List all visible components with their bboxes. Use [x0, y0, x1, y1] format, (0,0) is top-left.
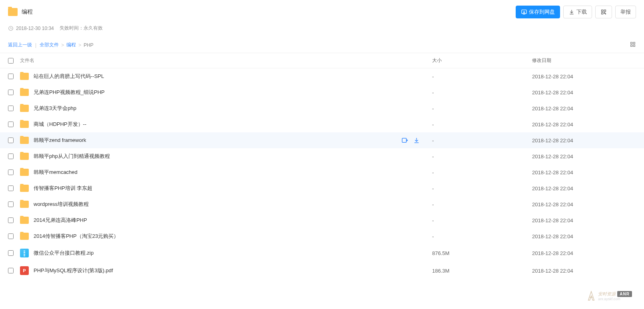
select-all-checkbox[interactable]: [8, 58, 14, 64]
row-checkbox[interactable]: [8, 250, 14, 256]
table-row[interactable]: 商城（HDPHP开发）-- -2018-12-28 22:04: [0, 116, 644, 132]
svg-rect-9: [631, 45, 632, 46]
row-actions: [401, 137, 420, 144]
row-checkbox[interactable]: [8, 154, 14, 159]
pdf-icon: [20, 266, 29, 275]
clock-icon: [8, 26, 14, 31]
folder-icon: [20, 121, 29, 128]
file-date: 2018-12-28 22:04: [532, 154, 636, 159]
table-row[interactable]: 微信公众平台接口教程.zip 876.5M2018-12-28 22:04: [0, 244, 644, 262]
file-size: -: [432, 169, 532, 175]
breadcrumb-current: PHP: [84, 42, 94, 48]
row-checkbox[interactable]: [8, 268, 14, 273]
file-size: -: [432, 122, 532, 128]
qrcode-icon: [600, 9, 607, 15]
file-date: 2018-12-28 22:04: [532, 90, 636, 96]
file-date: 2018-12-28 22:04: [532, 122, 636, 128]
report-button[interactable]: 举报: [615, 6, 636, 18]
table-row[interactable]: 韩顺平php从入门到精通视频教程 -2018-12-28 22:04: [0, 148, 644, 164]
row-checkbox[interactable]: [8, 185, 14, 191]
share-icon[interactable]: [401, 137, 408, 144]
folder-icon: [20, 185, 29, 192]
table-row[interactable]: 2014传智播客PHP（淘宝23元购买） -2018-12-28 22:04: [0, 228, 644, 244]
file-date: 2018-12-28 22:04: [532, 268, 636, 274]
file-date: 2018-12-28 22:04: [532, 217, 636, 223]
svg-rect-15: [402, 138, 407, 143]
file-date: 2018-12-28 22:04: [532, 250, 636, 256]
file-date: 2018-12-28 22:04: [532, 201, 636, 207]
row-checkbox[interactable]: [8, 74, 14, 79]
table-row[interactable]: PHP与MySQL程序设计(第3版).pdf 186.3M2018-12-28 …: [0, 262, 644, 279]
table-row[interactable]: 韩顺平zend framework -2018-12-28 22:04: [0, 132, 644, 148]
breadcrumb-back[interactable]: 返回上一级: [8, 42, 32, 48]
download-button[interactable]: 下载: [563, 6, 592, 18]
file-name[interactable]: wordpress培训视频教程: [34, 201, 89, 208]
download-button-label: 下载: [576, 8, 587, 16]
header: 编程 保存到网盘 下载 举报: [0, 0, 644, 22]
breadcrumb-all-files[interactable]: 全部文件: [40, 42, 59, 48]
file-name[interactable]: 商城（HDPHP开发）--: [34, 121, 86, 128]
folder-icon: [20, 105, 29, 112]
table-row[interactable]: 兄弟连PHP视频教程_细说PHP -2018-12-28 22:04: [0, 84, 644, 100]
svg-rect-10: [633, 45, 635, 46]
file-date: 2018-12-28 22:04: [532, 185, 636, 191]
file-size: -: [432, 201, 532, 207]
table-row[interactable]: 兄弟连3天学会php -2018-12-28 22:04: [0, 100, 644, 116]
file-name[interactable]: 2014兄弟连高洛峰PHP: [34, 217, 87, 224]
file-name[interactable]: 微信公众平台接口教程.zip: [34, 249, 94, 257]
file-date: 2018-12-28 22:04: [532, 106, 636, 112]
svg-rect-7: [631, 42, 632, 44]
file-name[interactable]: 兄弟连PHP视频教程_细说PHP: [34, 89, 105, 96]
breadcrumb: 返回上一级 | 全部文件 > 编程 > PHP: [0, 37, 644, 53]
file-name[interactable]: 2014传智播客PHP（淘宝23元购买）: [34, 233, 119, 240]
file-date: 2018-12-28 22:04: [532, 169, 636, 175]
breadcrumb-path1[interactable]: 编程: [66, 42, 76, 48]
breadcrumb-divider: |: [34, 42, 37, 48]
meta-row: 2018-12-30 10:34 失效时间：永久有效: [0, 22, 644, 37]
row-checkbox[interactable]: [8, 201, 14, 207]
file-size: -: [432, 138, 532, 144]
view-toggle-button[interactable]: [630, 41, 636, 49]
table-row[interactable]: 2014兄弟连高洛峰PHP -2018-12-28 22:04: [0, 212, 644, 228]
file-size: -: [432, 185, 532, 191]
row-checkbox[interactable]: [8, 122, 14, 127]
breadcrumb-sep: >: [78, 42, 81, 48]
breadcrumb-sep: >: [61, 42, 64, 48]
row-checkbox[interactable]: [8, 90, 14, 95]
table-row[interactable]: 韩顺平memcached -2018-12-28 22:04: [0, 164, 644, 180]
file-size: -: [432, 90, 532, 96]
row-checkbox[interactable]: [8, 233, 14, 239]
table-row[interactable]: wordpress培训视频教程 -2018-12-28 22:04: [0, 196, 644, 212]
file-table: 文件名 大小 修改日期 站在巨人的肩膀上写代码--SPL -2018-12-28…: [0, 53, 644, 279]
column-name: 文件名: [20, 57, 34, 64]
save-to-disk-button[interactable]: 保存到网盘: [516, 6, 560, 18]
row-checkbox[interactable]: [8, 217, 14, 223]
table-header: 文件名 大小 修改日期: [0, 53, 644, 68]
file-name[interactable]: PHP与MySQL程序设计(第3版).pdf: [34, 267, 113, 274]
row-checkbox[interactable]: [8, 169, 14, 175]
row-checkbox[interactable]: [8, 106, 14, 111]
file-name[interactable]: 韩顺平memcached: [34, 169, 78, 176]
table-row[interactable]: 传智播客PHP培训 李东超 -2018-12-28 22:04: [0, 180, 644, 196]
file-name[interactable]: 传智播客PHP培训 李东超: [34, 185, 92, 192]
share-timestamp: 2018-12-30 10:34: [16, 26, 54, 31]
table-row[interactable]: 站在巨人的肩膀上写代码--SPL -2018-12-28 22:04: [0, 68, 644, 84]
file-name[interactable]: 兄弟连3天学会php: [34, 105, 76, 112]
save-button-label: 保存到网盘: [529, 8, 555, 16]
file-name[interactable]: 站在巨人的肩膀上写代码--SPL: [34, 73, 104, 80]
svg-rect-1: [602, 10, 603, 12]
file-name[interactable]: 韩顺平php从入门到精通视频教程: [34, 153, 110, 160]
file-size: 186.3M: [432, 268, 532, 274]
svg-rect-3: [602, 12, 603, 14]
column-size: 大小: [432, 58, 442, 63]
page-title: 编程: [22, 8, 33, 16]
folder-icon: [20, 201, 29, 208]
qrcode-button[interactable]: [595, 6, 612, 18]
file-name[interactable]: 韩顺平zend framework: [34, 137, 86, 144]
file-date: 2018-12-28 22:04: [532, 138, 636, 144]
folder-icon: [8, 8, 18, 16]
svg-rect-4: [604, 12, 605, 13]
download-icon[interactable]: [413, 137, 420, 144]
folder-icon: [20, 137, 29, 144]
row-checkbox[interactable]: [8, 138, 14, 143]
